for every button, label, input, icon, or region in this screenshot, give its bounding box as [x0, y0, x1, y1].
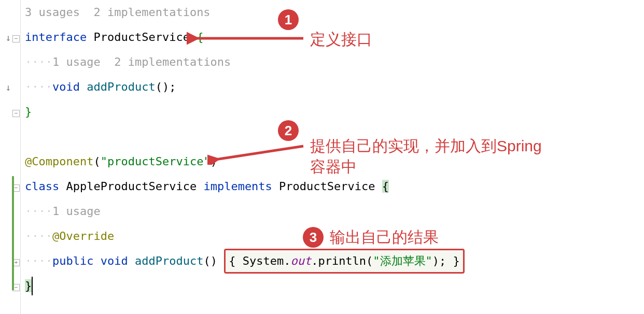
- code-line[interactable]: }: [25, 99, 644, 124]
- inlay-hint-line: 3 usages 2 implementations: [25, 0, 644, 25]
- annotation-text-2: 提供自己的实现，并加入到Spring容器中: [310, 136, 554, 177]
- text-caret: [32, 277, 33, 295]
- code-line[interactable]: ····void addProduct();: [25, 75, 644, 99]
- fold-end-icon[interactable]: −: [12, 110, 20, 117]
- annotation-badge-1: 1: [278, 9, 299, 30]
- implements-down-icon[interactable]: ↓: [3, 32, 13, 42]
- open-brace: {: [197, 31, 203, 44]
- folded-method-body[interactable]: { System.out.println("添加苹果"); }: [224, 249, 465, 274]
- usages-hint[interactable]: 1 usage: [52, 205, 101, 218]
- usages-hint[interactable]: 3 usages 2 implementations: [25, 6, 211, 19]
- open-brace: {: [382, 180, 389, 193]
- code-line[interactable]: class AppleProductService implements Pro…: [25, 174, 644, 199]
- code-line[interactable]: ····public void addProduct() { System.ou…: [25, 249, 644, 274]
- code-line[interactable]: }: [25, 274, 644, 298]
- close-brace-cursor: }: [25, 279, 32, 292]
- annotation-badge-3: 3: [303, 227, 324, 248]
- annotation-text-3: 输出自己的结果: [330, 227, 439, 248]
- inlay-hint-line: ····1 usage: [25, 199, 644, 224]
- change-marker: [12, 176, 14, 290]
- close-brace: }: [25, 105, 32, 118]
- inlay-hint-line: ····1 usage 2 implementations: [25, 50, 644, 75]
- fold-toggle-icon[interactable]: −: [12, 35, 20, 42]
- usages-hint[interactable]: 1 usage 2 implementations: [52, 55, 231, 68]
- implements-down-icon[interactable]: ↓: [3, 82, 13, 92]
- annotation-badge-2: 2: [278, 120, 299, 141]
- annotation-text-1: 定义接口: [310, 29, 372, 50]
- editor-gutter: ↓ − ↓ − − + −: [0, 0, 21, 314]
